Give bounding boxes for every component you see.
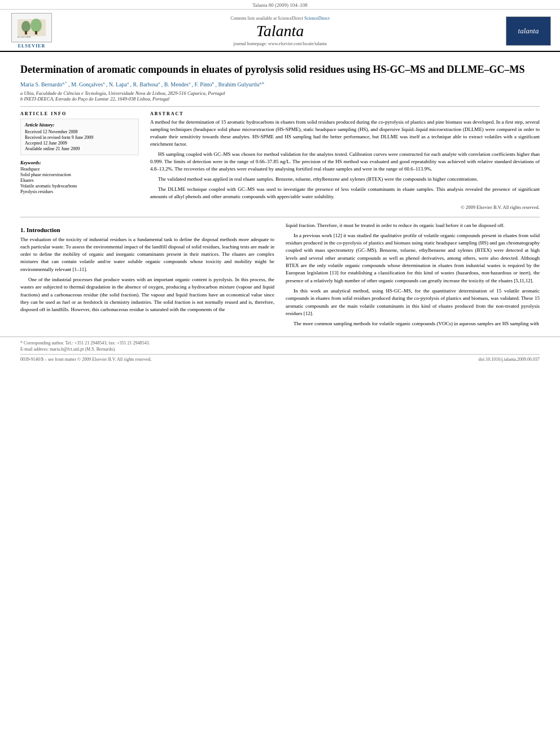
svg-rect-2 bbox=[25, 31, 27, 34]
affiliation-a: a Ubia, Faculdade de Ciências e Tecnolog… bbox=[20, 90, 540, 96]
online-date: Available online 21 June 2009 bbox=[25, 146, 134, 151]
body-left-p1: The evaluation of the toxicity of indust… bbox=[20, 236, 274, 274]
abstract-text-block: A method for the determination of 15 aro… bbox=[150, 119, 540, 211]
author-sup-a2: a bbox=[103, 81, 104, 85]
svg-rect-4 bbox=[35, 31, 37, 34]
authors-line: Maria S. Bernardoa,* , M. Gonçalvesa , N… bbox=[20, 81, 540, 88]
author-sup-a1: a,* bbox=[62, 81, 67, 85]
divider-2 bbox=[20, 217, 540, 217]
elsevier-wordmark: ELSEVIER bbox=[18, 43, 45, 49]
abstract-copyright: © 2009 Elsevier B.V. All rights reserved… bbox=[150, 204, 540, 211]
svg-text:ELSEVIER: ELSEVIER bbox=[18, 36, 31, 38]
svg-point-3 bbox=[30, 19, 42, 32]
author-name-2: , M. Gonçalves bbox=[68, 82, 103, 88]
body-right-column: liquid fraction. Therefore, it must be t… bbox=[286, 222, 540, 331]
citation-bar: Talanta 80 (2009) 104–108 bbox=[0, 0, 560, 10]
section-number: 1. bbox=[20, 226, 25, 233]
contents-available-line: Contents lists available at ScienceDirec… bbox=[54, 16, 506, 21]
author-name-3: , N. Lapa bbox=[106, 82, 127, 88]
footnote-corresponding: * Corresponding author. Tel.: +351 21 29… bbox=[20, 340, 150, 346]
journal-header: ELSEVIER ELSEVIER Contents lists availab… bbox=[0, 10, 560, 52]
keyword-5: Pyrolysis residues bbox=[20, 189, 139, 194]
author-name-4: , R. Barbosa bbox=[130, 82, 158, 88]
keyword-4: Volatile aromatic hydrocarbons bbox=[20, 184, 139, 189]
doi-line: doi:10.1016/j.talanta.2009.06.037 bbox=[479, 357, 540, 362]
svg-point-1 bbox=[21, 21, 30, 32]
body-right-p4: The more common sampling methods for vol… bbox=[286, 320, 540, 327]
affiliation-b: b INETI-DEECA, Estrada do Paço do Lumiar… bbox=[20, 96, 540, 102]
body-right-p2: In a previous work [12] it was studied t… bbox=[286, 232, 540, 285]
keyword-2: Solid phase microextraction bbox=[20, 172, 139, 177]
journal-title-block: Contents lists available at ScienceDirec… bbox=[54, 16, 506, 46]
abstract-column: ABSTRACT A method for the determination … bbox=[150, 111, 540, 211]
page-footer: * Corresponding author. Tel.: +351 21 29… bbox=[0, 337, 560, 364]
author-name-first: Maria S. Bernardo bbox=[20, 82, 62, 88]
author-sup-a4: a bbox=[158, 81, 160, 85]
keywords-section: Keywords: Headspace Solid phase microext… bbox=[20, 160, 139, 194]
revised-date: Received in revised form 9 June 2009 bbox=[25, 135, 134, 140]
talanta-logo: talanta bbox=[506, 16, 551, 46]
article-title: Determination of aromatic compounds in e… bbox=[20, 63, 540, 76]
body-left-text: The evaluation of the toxicity of indust… bbox=[20, 236, 274, 314]
author-sup-b1: b bbox=[212, 81, 214, 85]
footer-copyright-block: 0039-9140/$ – see front matter © 2009 El… bbox=[20, 354, 540, 362]
citation-text: Talanta 80 (2009) 104–108 bbox=[252, 2, 308, 8]
article-info-column: ARTICLE INFO Article history: Received 1… bbox=[20, 111, 139, 211]
author-name-6: , F. Pinto bbox=[192, 82, 212, 88]
author-name-7: , Ibrahim Gulyurtlu bbox=[215, 82, 259, 88]
footnote-star-line: * Corresponding author. Tel.: +351 21 29… bbox=[20, 340, 540, 346]
section-title-text: Introduction bbox=[27, 226, 60, 233]
received-date: Received 12 November 2008 bbox=[25, 129, 134, 134]
affiliations: a Ubia, Faculdade de Ciências e Tecnolog… bbox=[20, 90, 540, 102]
intro-section-title: 1. Introduction bbox=[20, 226, 274, 233]
body-right-p3: In this work an analytical method, using… bbox=[286, 287, 540, 317]
body-section: 1. Introduction The evaluation of the to… bbox=[20, 222, 540, 331]
body-right-p1: liquid fraction. Therefore, it must be t… bbox=[286, 222, 540, 229]
elsevier-logo-image: ELSEVIER bbox=[11, 13, 52, 42]
keyword-3: Eluates bbox=[20, 178, 139, 183]
author-sup-a5: a bbox=[189, 81, 190, 85]
keywords-title: Keywords: bbox=[20, 160, 139, 165]
article-history-box: Article history: Received 12 November 20… bbox=[20, 119, 139, 155]
abstract-p1: A method for the determination of 15 aro… bbox=[150, 119, 540, 148]
footnote-email-line: E-mail address: maria.b@fct.unl.pt (M.S.… bbox=[20, 347, 540, 352]
elsevier-tree-icon: ELSEVIER bbox=[15, 16, 49, 39]
accepted-date: Accepted 12 June 2009 bbox=[25, 141, 134, 146]
keyword-1: Headspace bbox=[20, 167, 139, 172]
journal-homepage-line: journal homepage: www.elsevier.com/locat… bbox=[54, 41, 506, 46]
footnote-email-label: E-mail address: bbox=[20, 347, 49, 352]
author-sup-ab: a,b bbox=[260, 81, 264, 85]
sciencedirect-link[interactable]: ScienceDirect bbox=[304, 16, 330, 21]
abstract-p2: HS sampling coupled with GC–MS was chose… bbox=[150, 151, 540, 173]
body-left-column: 1. Introduction The evaluation of the to… bbox=[20, 222, 274, 331]
author-name-5: , B. Mendes bbox=[161, 82, 189, 88]
abstract-p4: The DLLME technique coupled with GC–MS w… bbox=[150, 186, 540, 200]
info-abstract-section: ARTICLE INFO Article history: Received 1… bbox=[20, 111, 540, 211]
journal-name-title: Talanta bbox=[54, 22, 506, 40]
article-info-header: ARTICLE INFO bbox=[20, 111, 139, 116]
abstract-p3: The validated method was applied in real… bbox=[150, 176, 540, 183]
footnote-email-value: maria.b@fct.unl.pt (M.S. Bernardo). bbox=[50, 347, 116, 352]
elsevier-logo: ELSEVIER ELSEVIER bbox=[9, 13, 54, 49]
issn-line: 0039-9140/$ – see front matter © 2009 El… bbox=[20, 357, 152, 362]
divider-1 bbox=[20, 106, 540, 107]
main-content: Determination of aromatic compounds in e… bbox=[0, 52, 560, 337]
author-sup-a3: a bbox=[127, 81, 129, 85]
body-right-text: liquid fraction. Therefore, it must be t… bbox=[286, 222, 540, 328]
abstract-header: ABSTRACT bbox=[150, 111, 540, 116]
body-left-p2: One of the industrial processes that pro… bbox=[20, 276, 274, 314]
history-title: Article history: bbox=[25, 122, 134, 128]
